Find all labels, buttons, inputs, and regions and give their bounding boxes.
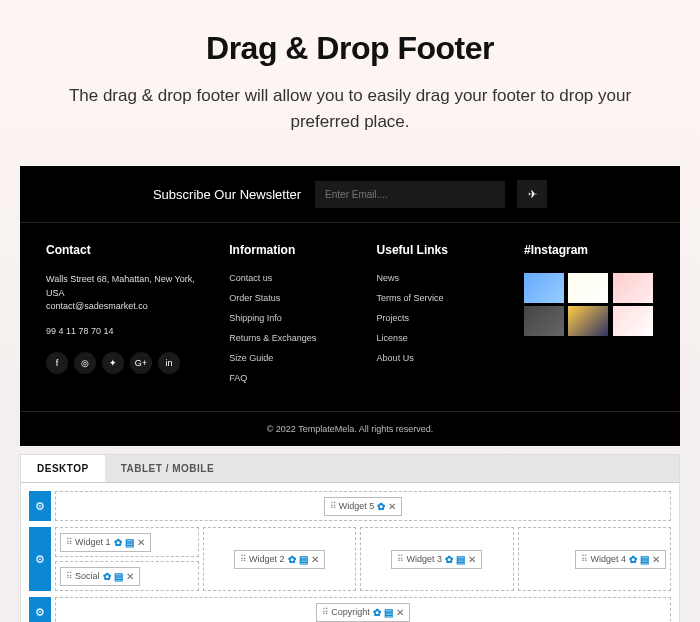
widget-block[interactable]: ⠿Copyright✿▤✕ xyxy=(316,603,410,622)
gear-icon[interactable]: ✿ xyxy=(114,537,122,548)
widget-block[interactable]: ⠿Widget 3✿▤✕ xyxy=(391,550,482,569)
drag-icon: ⠿ xyxy=(330,501,336,511)
drag-icon: ⠿ xyxy=(66,571,72,581)
useful-link[interactable]: Terms of Service xyxy=(377,293,496,303)
info-link[interactable]: Shipping Info xyxy=(229,313,348,323)
paper-plane-icon: ✈ xyxy=(528,188,537,201)
useful-link[interactable]: License xyxy=(377,333,496,343)
instagram-thumb[interactable] xyxy=(524,273,564,303)
layout-icon[interactable]: ▤ xyxy=(640,554,649,565)
builder-cell[interactable]: ⠿Widget 3✿▤✕ xyxy=(360,527,514,591)
info-link[interactable]: FAQ xyxy=(229,373,348,383)
row-settings-button[interactable]: ⚙ xyxy=(29,491,51,521)
widget-block[interactable]: ⠿Widget 4✿▤✕ xyxy=(575,550,666,569)
contact-email: contact@sadesmarket.co xyxy=(46,301,148,311)
info-link[interactable]: Size Guide xyxy=(229,353,348,363)
drag-icon: ⠿ xyxy=(66,537,72,547)
footer-builder: DESKTOP TABLET / MOBILE ⚙ ⠿Widget 5✿✕ ⚙ … xyxy=(20,454,680,622)
useful-link[interactable]: About Us xyxy=(377,353,496,363)
gear-icon: ⚙ xyxy=(35,553,45,566)
info-link[interactable]: Order Status xyxy=(229,293,348,303)
builder-cell[interactable]: ⠿Social✿▤✕ xyxy=(55,561,199,591)
useful-link[interactable]: News xyxy=(377,273,496,283)
newsletter-send-button[interactable]: ✈ xyxy=(517,180,547,208)
layout-icon[interactable]: ▤ xyxy=(125,537,134,548)
gear-icon[interactable]: ✿ xyxy=(445,554,453,565)
builder-cell[interactable]: ⠿Widget 2✿▤✕ xyxy=(203,527,357,591)
row-settings-button[interactable]: ⚙ xyxy=(29,597,51,622)
page-title: Drag & Drop Footer xyxy=(50,30,650,67)
instagram-thumb[interactable] xyxy=(524,306,564,336)
close-icon[interactable]: ✕ xyxy=(652,554,660,565)
contact-heading: Contact xyxy=(46,243,201,257)
contact-address: Walls Street 68, Mahattan, New York, USA xyxy=(46,274,195,298)
builder-cell[interactable]: ⠿Widget 5✿✕ xyxy=(55,491,671,521)
gear-icon[interactable]: ✿ xyxy=(377,501,385,512)
gear-icon: ⚙ xyxy=(35,606,45,619)
row-settings-button[interactable]: ⚙ xyxy=(29,527,51,591)
layout-icon[interactable]: ▤ xyxy=(299,554,308,565)
copyright-text: © 2022 TemplateMela. All rights reserved… xyxy=(20,411,680,446)
useful-heading: Useful Links xyxy=(377,243,496,257)
googleplus-icon[interactable]: G+ xyxy=(130,352,152,374)
gear-icon: ⚙ xyxy=(35,500,45,513)
gear-icon[interactable]: ✿ xyxy=(629,554,637,565)
drag-icon: ⠿ xyxy=(240,554,246,564)
instagram-thumb[interactable] xyxy=(568,273,608,303)
instagram-heading: #Instagram xyxy=(524,243,654,257)
drag-icon: ⠿ xyxy=(581,554,587,564)
footer-preview: Subscribe Our Newsletter ✈ Contact Walls… xyxy=(20,166,680,446)
close-icon[interactable]: ✕ xyxy=(396,607,404,618)
newsletter-input[interactable] xyxy=(315,181,505,208)
close-icon[interactable]: ✕ xyxy=(468,554,476,565)
widget-block[interactable]: ⠿Widget 5✿✕ xyxy=(324,497,403,516)
gear-icon[interactable]: ✿ xyxy=(373,607,381,618)
useful-link[interactable]: Projects xyxy=(377,313,496,323)
tab-desktop[interactable]: DESKTOP xyxy=(21,455,105,482)
newsletter-label: Subscribe Our Newsletter xyxy=(153,187,301,202)
gear-icon[interactable]: ✿ xyxy=(103,571,111,582)
instagram-icon[interactable]: ◎ xyxy=(74,352,96,374)
linkedin-icon[interactable]: in xyxy=(158,352,180,374)
widget-block[interactable]: ⠿Widget 2✿▤✕ xyxy=(234,550,325,569)
facebook-icon[interactable]: f xyxy=(46,352,68,374)
information-heading: Information xyxy=(229,243,348,257)
builder-cell[interactable]: ⠿Widget 4✿▤✕ xyxy=(518,527,672,591)
layout-icon[interactable]: ▤ xyxy=(114,571,123,582)
drag-icon: ⠿ xyxy=(397,554,403,564)
twitter-icon[interactable]: ✦ xyxy=(102,352,124,374)
tab-tablet-mobile[interactable]: TABLET / MOBILE xyxy=(105,455,230,482)
widget-block[interactable]: ⠿Widget 1✿▤✕ xyxy=(60,533,151,552)
info-link[interactable]: Returns & Exchanges xyxy=(229,333,348,343)
drag-icon: ⠿ xyxy=(322,607,328,617)
gear-icon[interactable]: ✿ xyxy=(288,554,296,565)
close-icon[interactable]: ✕ xyxy=(311,554,319,565)
info-link[interactable]: Contact us xyxy=(229,273,348,283)
layout-icon[interactable]: ▤ xyxy=(384,607,393,618)
contact-phone: 99 4 11 78 70 14 xyxy=(46,326,201,336)
builder-cell[interactable]: ⠿Copyright✿▤✕ xyxy=(55,597,671,622)
close-icon[interactable]: ✕ xyxy=(137,537,145,548)
instagram-thumb[interactable] xyxy=(568,306,608,336)
builder-cell[interactable]: ⠿Widget 1✿▤✕ xyxy=(55,527,199,557)
layout-icon[interactable]: ▤ xyxy=(456,554,465,565)
close-icon[interactable]: ✕ xyxy=(126,571,134,582)
page-subtitle: The drag & drop footer will allow you to… xyxy=(50,83,650,134)
instagram-thumb[interactable] xyxy=(613,273,653,303)
widget-block[interactable]: ⠿Social✿▤✕ xyxy=(60,567,140,586)
instagram-thumb[interactable] xyxy=(613,306,653,336)
close-icon[interactable]: ✕ xyxy=(388,501,396,512)
